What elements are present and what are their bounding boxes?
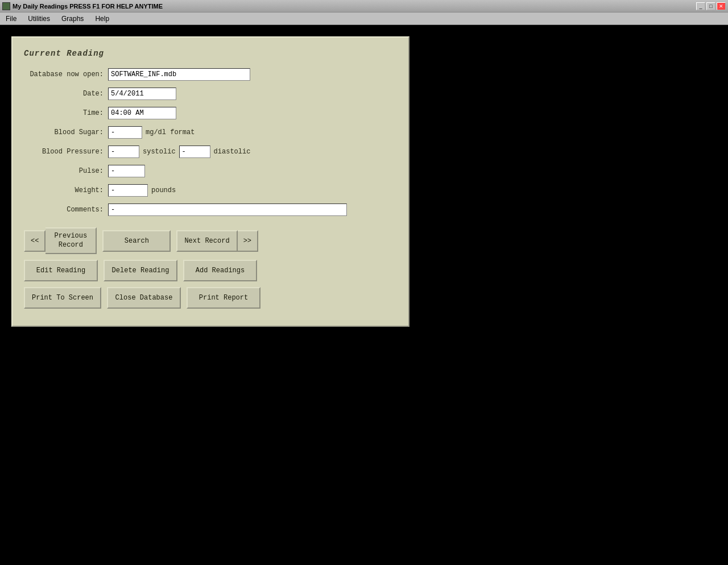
blood-pressure-label: Blood Pressure: [24, 148, 104, 156]
next-arrow-button[interactable]: >> [238, 230, 258, 252]
title-bar: My Daily Readings PRESS F1 FOR HELP ANYT… [0, 0, 728, 13]
buttons-section: << PreviousRecord Search Next Record >> … [24, 227, 397, 309]
panel-title: Current Reading [24, 49, 397, 58]
weight-input[interactable] [108, 184, 148, 197]
blood-sugar-input[interactable] [108, 126, 142, 139]
delete-reading-button[interactable]: Delete Reading [104, 260, 177, 281]
time-input[interactable] [108, 107, 176, 119]
weight-unit: pounds [151, 186, 176, 194]
search-button[interactable]: Search [102, 230, 171, 252]
diastolic-label: diastolic [214, 148, 251, 156]
bp-diastolic-input[interactable] [179, 146, 210, 158]
print-report-button[interactable]: Print Report [187, 287, 260, 309]
comments-input[interactable] [108, 203, 347, 216]
blood-sugar-label: Blood Sugar: [24, 128, 104, 136]
menu-graphs[interactable]: Graphs [58, 14, 87, 24]
title-bar-left: My Daily Readings PRESS F1 FOR HELP ANYT… [2, 2, 163, 10]
minimize-button[interactable]: _ [696, 2, 705, 10]
weight-label: Weight: [24, 186, 104, 194]
next-record-group: Next Record >> [176, 230, 258, 252]
systolic-label: systolic [143, 148, 176, 156]
menu-bar: File Utilities Graphs Help [0, 13, 728, 25]
button-row-1: << PreviousRecord Search Next Record >> [24, 227, 397, 254]
pulse-label: Pulse: [24, 167, 104, 175]
add-readings-button[interactable]: Add Readings [183, 260, 257, 281]
button-row-3: Print To Screen Close Database Print Rep… [24, 287, 397, 309]
date-row: Date: [24, 88, 397, 100]
main-area: Current Reading Database now open: Date:… [0, 25, 728, 565]
pulse-input[interactable] [108, 165, 145, 177]
maximize-button[interactable]: □ [706, 2, 715, 10]
title-bar-text: My Daily Readings PRESS F1 FOR HELP ANYT… [13, 3, 163, 10]
close-database-button[interactable]: Close Database [107, 287, 181, 309]
comments-row: Comments: [24, 203, 397, 216]
app-icon [2, 2, 10, 10]
weight-row: Weight: pounds [24, 184, 397, 197]
close-button[interactable]: ✕ [717, 2, 726, 10]
time-row: Time: [24, 107, 397, 119]
time-label: Time: [24, 109, 104, 117]
previous-record-button[interactable]: PreviousRecord [46, 227, 97, 254]
date-input[interactable] [108, 88, 176, 100]
pulse-row: Pulse: [24, 165, 397, 177]
database-input[interactable] [108, 68, 250, 81]
database-label: Database now open: [24, 70, 104, 78]
menu-file[interactable]: File [2, 14, 20, 24]
blood-sugar-unit: mg/dl format [146, 128, 195, 136]
blood-pressure-row: Blood Pressure: systolic diastolic [24, 146, 397, 158]
current-reading-panel: Current Reading Database now open: Date:… [11, 36, 410, 327]
button-row-2: Edit Reading Delete Reading Add Readings [24, 260, 397, 281]
blood-sugar-row: Blood Sugar: mg/dl format [24, 126, 397, 139]
database-row: Database now open: [24, 68, 397, 81]
title-bar-controls: _ □ ✕ [696, 2, 726, 10]
prev-arrow-button[interactable]: << [24, 230, 46, 252]
menu-utilities[interactable]: Utilities [24, 14, 53, 24]
previous-record-group: << PreviousRecord [24, 227, 97, 254]
comments-label: Comments: [24, 206, 104, 214]
print-to-screen-button[interactable]: Print To Screen [24, 287, 101, 309]
bp-systolic-input[interactable] [108, 146, 139, 158]
menu-help[interactable]: Help [92, 14, 113, 24]
date-label: Date: [24, 90, 104, 98]
edit-reading-button[interactable]: Edit Reading [24, 260, 98, 281]
next-record-button[interactable]: Next Record [176, 230, 237, 252]
